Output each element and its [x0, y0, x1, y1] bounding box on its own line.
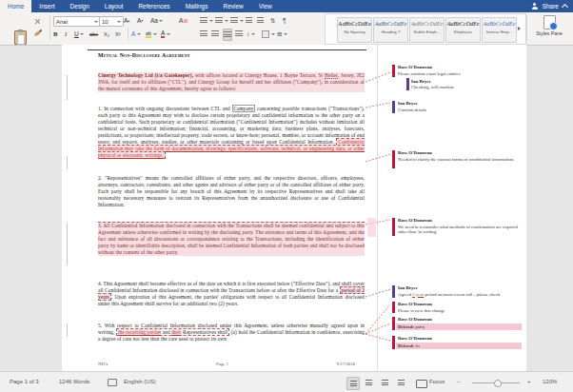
comment-reply-author[interactable]: Ian Bryce — [411, 79, 431, 84]
comment-author[interactable]: Ross O'Donovan — [398, 302, 432, 306]
share-label: Share — [543, 3, 559, 10]
comment-author[interactable]: Ross O'Donovan — [398, 336, 432, 341]
style-card-emphasis[interactable]: AaBbCcDdEeEmphasis — [445, 17, 481, 43]
font-color-button[interactable]: A — [161, 29, 170, 39]
style-card-intense-emphasis[interactable]: AaBbCcDdEeIntense Emp... — [482, 17, 517, 43]
highlight-button[interactable]: ab — [146, 29, 157, 39]
misspelled-word: Helier — [325, 72, 338, 79]
style-card-heading7[interactable]: AaBbCcDdEeHeading 7 — [373, 17, 408, 43]
style-card-no-spacing[interactable]: AaBbCcDdEeNo Spacing — [337, 17, 372, 43]
proofing-status-icon[interactable] — [108, 379, 117, 386]
underline-button[interactable]: U — [74, 29, 84, 39]
tab-insert[interactable]: Insert — [31, 0, 62, 12]
text-effects-button[interactable]: A — [131, 29, 141, 39]
comment-author[interactable]: Ross O'Donovan — [398, 65, 432, 69]
comment-text[interactable]: Needed to clarify the various forms of c… — [398, 157, 522, 163]
share-person-icon — [531, 3, 539, 10]
justify-button[interactable] — [235, 29, 243, 39]
align-center-button[interactable] — [211, 29, 219, 39]
outline-view-button[interactable] — [395, 377, 406, 388]
comment-text[interactable]: Agreed 3 year period on most recent call… — [398, 292, 525, 298]
ribbon: Paste Arial 10 A▴ A▾ Aa A B I U abe X₂ X… — [0, 12, 573, 46]
comment-text[interactable]: Please confirm exact legal entities — [398, 71, 522, 77]
superscript-button[interactable]: X² — [115, 29, 121, 39]
change-bar — [67, 224, 68, 265]
align-right-button[interactable] — [223, 29, 232, 41]
tab-view[interactable]: View — [251, 0, 280, 12]
language-status[interactable]: English (US) — [124, 379, 156, 384]
comment-bar — [392, 336, 395, 349]
comment-bar — [392, 317, 395, 330]
deletion-note[interactable]: Deleted: party — [398, 324, 522, 330]
comment-author[interactable]: Ross O'Donovan — [398, 317, 432, 322]
comment-author[interactable]: Ian Bryce — [398, 101, 418, 106]
comment-bar — [392, 302, 395, 313]
strikethrough-button[interactable]: abe — [89, 29, 98, 39]
deletion-note[interactable]: Deleted: its — [398, 343, 522, 349]
styles-gallery: AaBbCcDdEeNo Spacing AaBbCcDdEeHeading 7… — [325, 13, 526, 45]
tab-home[interactable]: Home — [0, 0, 31, 12]
comment-text[interactable]: Please review this change — [398, 308, 522, 314]
multilevel-list-button[interactable] — [230, 15, 244, 26]
comment-bar — [392, 150, 395, 168]
tab-mailings[interactable]: Mailings — [178, 0, 216, 12]
grow-font-button[interactable]: A▴ — [124, 15, 129, 26]
format-painter-button[interactable] — [34, 29, 40, 39]
numbering-button[interactable] — [215, 15, 228, 26]
bold-button[interactable]: B — [53, 29, 57, 39]
web-layout-view-button[interactable] — [379, 377, 390, 388]
zoom-out-button[interactable]: − — [457, 379, 461, 384]
subscript-button[interactable]: X₂ — [104, 29, 109, 39]
intro-bold-text: Cinergy Technology Ltd (t/a Gatekeeper), — [98, 72, 193, 78]
line-spacing-button[interactable]: ↕ — [247, 29, 255, 39]
focus-mode-icon[interactable] — [416, 380, 427, 388]
comment-author[interactable]: Ross O'Donovan — [398, 150, 432, 155]
comment-bar — [392, 218, 395, 236]
tab-layout[interactable]: Layout — [97, 0, 131, 12]
zoom-level[interactable]: 120% — [543, 379, 557, 384]
change-case-button[interactable]: Aa — [150, 15, 163, 26]
styles-pane-button[interactable]: Styles Pane — [529, 13, 569, 43]
comment-author[interactable]: Ross O'Donovan — [398, 218, 432, 223]
cut-button[interactable] — [34, 16, 41, 27]
bullets-button[interactable] — [200, 15, 213, 26]
zoom-slider-thumb[interactable] — [494, 380, 502, 387]
comment-bar — [392, 101, 395, 113]
title-border-line — [88, 49, 366, 50]
font-name-select[interactable]: Arial — [53, 16, 101, 27]
tab-references[interactable]: References — [130, 0, 177, 12]
style-card-subtle-emphasis[interactable]: AaBbCcDdEeSubtle Emph... — [409, 17, 445, 43]
decrease-indent-button[interactable] — [246, 15, 252, 26]
zoom-in-button[interactable]: + — [527, 379, 531, 384]
shading-button[interactable] — [262, 29, 275, 39]
paragraph-2: 2. "Representatives" means the controlle… — [98, 175, 365, 208]
borders-button[interactable]: ⊞ — [277, 29, 287, 39]
tab-review[interactable]: Review — [215, 0, 250, 12]
sort-button[interactable]: ⇅ — [270, 15, 275, 26]
comment-author[interactable]: Ian Bryce — [398, 285, 418, 290]
paragraph-4: 4. This Agreement shall become effective… — [98, 281, 365, 307]
focus-mode-label[interactable]: Focus — [429, 379, 445, 384]
align-left-button[interactable] — [200, 29, 207, 39]
print-layout-view-button[interactable] — [346, 377, 360, 390]
tab-design[interactable]: Design — [63, 0, 97, 12]
increase-indent-button[interactable] — [257, 15, 264, 26]
share-button[interactable]: Share — [531, 0, 567, 12]
show-paragraph-marks-button[interactable]: ¶ — [283, 15, 286, 26]
collapse-ribbon-icon[interactable] — [562, 4, 568, 10]
styles-more-icon[interactable] — [518, 27, 521, 30]
word-count-status[interactable]: 1246 Words — [59, 379, 89, 384]
comment-text[interactable]: Confirm details — [398, 108, 522, 113]
shrink-font-button[interactable]: A▾ — [137, 15, 143, 26]
comment-text[interactable]: We need to reconsider what methods of co… — [398, 225, 522, 236]
read-mode-view-button[interactable] — [363, 377, 374, 388]
change-bar — [67, 323, 68, 337]
italic-button[interactable]: I — [65, 29, 67, 39]
page-count-status[interactable]: Page 1 of 3 — [10, 379, 39, 384]
document-title: Mutual Non-Disclosure Agreement — [98, 52, 190, 58]
comment-bar — [392, 65, 395, 77]
comment-reply-text[interactable]: Checking, will confirm — [411, 85, 522, 90]
clear-formatting-button[interactable]: A — [179, 15, 188, 26]
footer-page-number: Page 1 — [216, 362, 228, 366]
font-size-select[interactable]: 10 — [99, 16, 124, 27]
